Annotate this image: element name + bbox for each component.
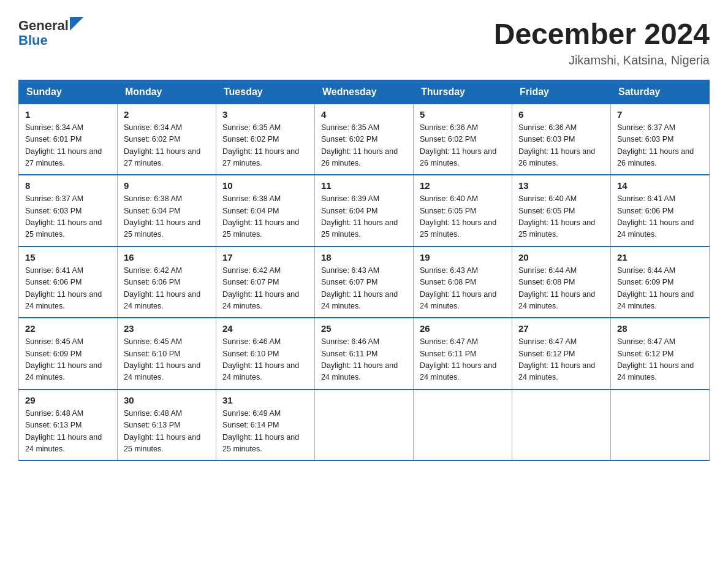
day-number: 23 (124, 323, 210, 334)
day-info: Sunrise: 6:36 AM Sunset: 6:02 PM Dayligh… (420, 122, 506, 170)
day-info: Sunrise: 6:40 AM Sunset: 6:05 PM Dayligh… (518, 193, 604, 241)
day-number: 17 (222, 252, 308, 262)
month-title: December 2024 (494, 18, 710, 51)
calendar-cell: 20 Sunrise: 6:44 AM Sunset: 6:08 PM Dayl… (512, 247, 611, 318)
calendar-cell: 29 Sunrise: 6:48 AM Sunset: 6:13 PM Dayl… (19, 389, 118, 461)
day-info: Sunrise: 6:37 AM Sunset: 6:03 PM Dayligh… (25, 193, 111, 241)
calendar-cell: 1 Sunrise: 6:34 AM Sunset: 6:01 PM Dayli… (19, 104, 118, 175)
calendar-cell: 31 Sunrise: 6:49 AM Sunset: 6:14 PM Dayl… (216, 389, 315, 461)
day-number: 31 (222, 395, 308, 405)
col-wednesday: Wednesday (315, 80, 414, 104)
day-number: 7 (617, 109, 703, 120)
calendar-header-row: Sunday Monday Tuesday Wednesday Thursday… (19, 80, 710, 104)
day-number: 26 (420, 323, 506, 334)
day-number: 13 (518, 180, 604, 191)
day-info: Sunrise: 6:43 AM Sunset: 6:08 PM Dayligh… (420, 265, 506, 313)
day-number: 28 (617, 323, 703, 334)
day-number: 1 (25, 109, 111, 120)
day-info: Sunrise: 6:48 AM Sunset: 6:13 PM Dayligh… (124, 408, 210, 456)
calendar-cell: 15 Sunrise: 6:41 AM Sunset: 6:06 PM Dayl… (19, 247, 118, 318)
day-info: Sunrise: 6:44 AM Sunset: 6:09 PM Dayligh… (617, 265, 703, 313)
day-info: Sunrise: 6:47 AM Sunset: 6:12 PM Dayligh… (617, 336, 703, 384)
day-info: Sunrise: 6:34 AM Sunset: 6:01 PM Dayligh… (25, 122, 111, 170)
col-tuesday: Tuesday (216, 80, 315, 104)
day-number: 6 (518, 109, 604, 120)
day-info: Sunrise: 6:42 AM Sunset: 6:07 PM Dayligh… (222, 265, 308, 313)
day-number: 11 (321, 180, 407, 191)
day-number: 3 (222, 109, 308, 120)
col-sunday: Sunday (19, 80, 118, 104)
calendar-cell: 30 Sunrise: 6:48 AM Sunset: 6:13 PM Dayl… (118, 389, 216, 461)
calendar-cell: 3 Sunrise: 6:35 AM Sunset: 6:02 PM Dayli… (216, 104, 315, 175)
day-number: 29 (25, 395, 111, 405)
calendar-cell: 17 Sunrise: 6:42 AM Sunset: 6:07 PM Dayl… (216, 247, 315, 318)
calendar-week-row: 15 Sunrise: 6:41 AM Sunset: 6:06 PM Dayl… (19, 247, 710, 318)
page-header: General Blue December 2024 Jikamshi, Kat… (18, 18, 710, 67)
calendar-week-row: 29 Sunrise: 6:48 AM Sunset: 6:13 PM Dayl… (19, 389, 710, 461)
calendar-cell (512, 389, 611, 461)
day-info: Sunrise: 6:41 AM Sunset: 6:06 PM Dayligh… (25, 265, 111, 313)
day-number: 15 (25, 252, 111, 262)
calendar-cell: 14 Sunrise: 6:41 AM Sunset: 6:06 PM Dayl… (611, 175, 710, 247)
calendar-cell: 13 Sunrise: 6:40 AM Sunset: 6:05 PM Dayl… (512, 175, 611, 247)
calendar-cell: 22 Sunrise: 6:45 AM Sunset: 6:09 PM Dayl… (19, 318, 118, 389)
calendar-cell: 9 Sunrise: 6:38 AM Sunset: 6:04 PM Dayli… (118, 175, 216, 247)
day-info: Sunrise: 6:48 AM Sunset: 6:13 PM Dayligh… (25, 408, 111, 456)
calendar-cell: 12 Sunrise: 6:40 AM Sunset: 6:05 PM Dayl… (414, 175, 512, 247)
col-saturday: Saturday (611, 80, 710, 104)
calendar-cell: 18 Sunrise: 6:43 AM Sunset: 6:07 PM Dayl… (315, 247, 414, 318)
calendar-cell: 24 Sunrise: 6:46 AM Sunset: 6:10 PM Dayl… (216, 318, 315, 389)
calendar-cell (315, 389, 414, 461)
col-thursday: Thursday (414, 80, 512, 104)
day-info: Sunrise: 6:47 AM Sunset: 6:11 PM Dayligh… (420, 336, 506, 384)
day-info: Sunrise: 6:46 AM Sunset: 6:10 PM Dayligh… (222, 336, 308, 384)
day-info: Sunrise: 6:35 AM Sunset: 6:02 PM Dayligh… (222, 122, 308, 170)
calendar-cell (611, 389, 710, 461)
calendar-cell: 25 Sunrise: 6:46 AM Sunset: 6:11 PM Dayl… (315, 318, 414, 389)
day-info: Sunrise: 6:43 AM Sunset: 6:07 PM Dayligh… (321, 265, 407, 313)
calendar-cell: 5 Sunrise: 6:36 AM Sunset: 6:02 PM Dayli… (414, 104, 512, 175)
day-number: 27 (518, 323, 604, 334)
day-number: 5 (420, 109, 506, 120)
day-number: 24 (222, 323, 308, 334)
day-info: Sunrise: 6:47 AM Sunset: 6:12 PM Dayligh… (518, 336, 604, 384)
calendar-week-row: 8 Sunrise: 6:37 AM Sunset: 6:03 PM Dayli… (19, 175, 710, 247)
calendar-cell: 2 Sunrise: 6:34 AM Sunset: 6:02 PM Dayli… (118, 104, 216, 175)
calendar-cell (414, 389, 512, 461)
day-number: 22 (25, 323, 111, 334)
day-number: 25 (321, 323, 407, 334)
day-info: Sunrise: 6:35 AM Sunset: 6:02 PM Dayligh… (321, 122, 407, 170)
day-info: Sunrise: 6:39 AM Sunset: 6:04 PM Dayligh… (321, 193, 407, 241)
svg-marker-0 (70, 17, 83, 31)
day-info: Sunrise: 6:34 AM Sunset: 6:02 PM Dayligh… (124, 122, 210, 170)
logo-blue-text: Blue (18, 33, 48, 48)
day-number: 4 (321, 109, 407, 120)
calendar-cell: 4 Sunrise: 6:35 AM Sunset: 6:02 PM Dayli… (315, 104, 414, 175)
col-monday: Monday (118, 80, 216, 104)
day-number: 8 (25, 180, 111, 191)
day-info: Sunrise: 6:45 AM Sunset: 6:10 PM Dayligh… (124, 336, 210, 384)
day-info: Sunrise: 6:41 AM Sunset: 6:06 PM Dayligh… (617, 193, 703, 241)
day-info: Sunrise: 6:36 AM Sunset: 6:03 PM Dayligh… (518, 122, 604, 170)
day-number: 30 (124, 395, 210, 405)
calendar-cell: 11 Sunrise: 6:39 AM Sunset: 6:04 PM Dayl… (315, 175, 414, 247)
day-info: Sunrise: 6:44 AM Sunset: 6:08 PM Dayligh… (518, 265, 604, 313)
calendar-cell: 26 Sunrise: 6:47 AM Sunset: 6:11 PM Dayl… (414, 318, 512, 389)
calendar-cell: 16 Sunrise: 6:42 AM Sunset: 6:06 PM Dayl… (118, 247, 216, 318)
calendar-week-row: 1 Sunrise: 6:34 AM Sunset: 6:01 PM Dayli… (19, 104, 710, 175)
calendar-cell: 27 Sunrise: 6:47 AM Sunset: 6:12 PM Dayl… (512, 318, 611, 389)
day-number: 16 (124, 252, 210, 262)
day-info: Sunrise: 6:46 AM Sunset: 6:11 PM Dayligh… (321, 336, 407, 384)
calendar-cell: 10 Sunrise: 6:38 AM Sunset: 6:04 PM Dayl… (216, 175, 315, 247)
calendar-week-row: 22 Sunrise: 6:45 AM Sunset: 6:09 PM Dayl… (19, 318, 710, 389)
day-info: Sunrise: 6:49 AM Sunset: 6:14 PM Dayligh… (222, 408, 308, 456)
logo: General Blue (18, 18, 83, 48)
day-number: 18 (321, 252, 407, 262)
col-friday: Friday (512, 80, 611, 104)
day-info: Sunrise: 6:38 AM Sunset: 6:04 PM Dayligh… (222, 193, 308, 241)
day-number: 21 (617, 252, 703, 262)
calendar-cell: 7 Sunrise: 6:37 AM Sunset: 6:03 PM Dayli… (611, 104, 710, 175)
calendar-cell: 19 Sunrise: 6:43 AM Sunset: 6:08 PM Dayl… (414, 247, 512, 318)
calendar-cell: 28 Sunrise: 6:47 AM Sunset: 6:12 PM Dayl… (611, 318, 710, 389)
day-info: Sunrise: 6:45 AM Sunset: 6:09 PM Dayligh… (25, 336, 111, 384)
